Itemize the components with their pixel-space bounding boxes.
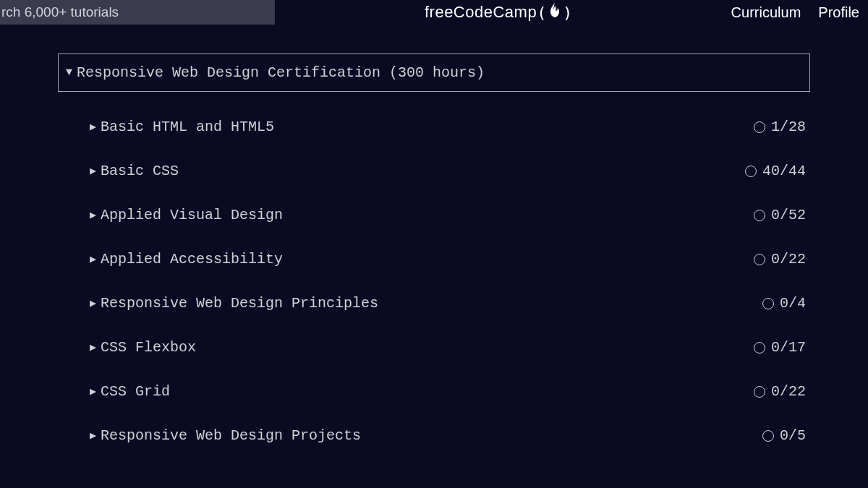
top-nav: Curriculum Profile	[723, 0, 868, 25]
certification-title: Responsive Web Design Certification (300…	[77, 64, 485, 81]
module-right: 0/22	[754, 251, 806, 267]
caret-right-icon: ▶	[90, 296, 96, 310]
module-left: ▶ Responsive Web Design Projects	[90, 427, 361, 444]
module-right: 0/4	[762, 295, 806, 312]
caret-right-icon: ▶	[90, 208, 96, 222]
module-name: Basic CSS	[101, 163, 179, 179]
module-list: ▶ Basic HTML and HTML5 1/28 ▶ Basic CSS …	[58, 92, 810, 458]
module-right: 0/22	[754, 383, 806, 400]
module-left: ▶ CSS Flexbox	[90, 339, 196, 356]
brand-text: freeCodeCamp	[425, 3, 537, 22]
module-name: Responsive Web Design Principles	[101, 295, 378, 312]
module-progress: 0/52	[771, 207, 806, 223]
module-name: Applied Visual Design	[101, 207, 283, 223]
module-right: 0/52	[754, 207, 806, 223]
progress-circle-icon	[745, 166, 757, 177]
module-right: 0/17	[754, 339, 806, 356]
module-row[interactable]: ▶ Responsive Web Design Projects 0/5	[90, 414, 810, 458]
caret-down-icon: ▼	[66, 67, 72, 79]
module-progress: 0/22	[771, 383, 806, 400]
module-right: 40/44	[745, 163, 806, 179]
module-row[interactable]: ▶ CSS Flexbox 0/17	[90, 325, 810, 369]
progress-circle-icon	[762, 298, 774, 309]
module-name: Applied Accessibility	[101, 251, 283, 267]
module-left: ▶ Applied Visual Design	[90, 207, 283, 223]
module-name: CSS Grid	[101, 383, 170, 400]
progress-circle-icon	[762, 430, 774, 442]
flame-icon	[549, 3, 561, 22]
caret-right-icon: ▶	[90, 341, 96, 354]
top-bar: freeCodeCamp ( ) Curriculum Profile	[0, 0, 868, 25]
module-left: ▶ Basic HTML and HTML5	[90, 119, 274, 135]
search-input[interactable]	[0, 4, 275, 20]
module-progress: 0/17	[771, 339, 806, 356]
module-row[interactable]: ▶ Responsive Web Design Principles 0/4	[90, 281, 810, 325]
brand-paren-close: )	[563, 4, 573, 22]
nav-curriculum[interactable]: Curriculum	[723, 0, 810, 25]
progress-circle-icon	[754, 121, 765, 133]
module-name: CSS Flexbox	[101, 339, 196, 356]
module-row[interactable]: ▶ Applied Accessibility 0/22	[90, 237, 810, 281]
module-progress: 1/28	[771, 119, 806, 135]
caret-right-icon: ▶	[90, 429, 96, 442]
progress-circle-icon	[754, 210, 765, 221]
content-area: ▼ Responsive Web Design Certification (3…	[0, 25, 868, 458]
caret-right-icon: ▶	[90, 252, 96, 266]
caret-right-icon: ▶	[90, 120, 96, 134]
module-left: ▶ CSS Grid	[90, 383, 170, 400]
caret-right-icon: ▶	[90, 385, 96, 398]
module-row[interactable]: ▶ Basic HTML and HTML5 1/28	[90, 105, 810, 149]
certification-header[interactable]: ▼ Responsive Web Design Certification (3…	[58, 53, 810, 92]
progress-circle-icon	[754, 386, 765, 398]
module-progress: 40/44	[762, 163, 806, 179]
module-name: Responsive Web Design Projects	[101, 427, 361, 444]
brand-logo[interactable]: freeCodeCamp ( )	[275, 0, 723, 25]
search-container	[0, 0, 275, 25]
nav-profile[interactable]: Profile	[809, 0, 868, 25]
module-left: ▶ Responsive Web Design Principles	[90, 295, 378, 312]
module-row[interactable]: ▶ CSS Grid 0/22	[90, 369, 810, 414]
module-right: 1/28	[754, 119, 806, 135]
progress-circle-icon	[754, 342, 765, 354]
module-left: ▶ Basic CSS	[90, 163, 179, 179]
module-left: ▶ Applied Accessibility	[90, 251, 283, 267]
caret-right-icon: ▶	[90, 164, 96, 178]
module-row[interactable]: ▶ Basic CSS 40/44	[90, 149, 810, 193]
brand-paren-open: (	[537, 4, 547, 22]
module-right: 0/5	[762, 427, 806, 444]
progress-circle-icon	[754, 254, 765, 265]
module-progress: 0/4	[780, 295, 806, 312]
module-row[interactable]: ▶ Applied Visual Design 0/52	[90, 193, 810, 237]
module-name: Basic HTML and HTML5	[101, 119, 274, 135]
module-progress: 0/5	[780, 427, 806, 444]
module-progress: 0/22	[771, 251, 806, 267]
